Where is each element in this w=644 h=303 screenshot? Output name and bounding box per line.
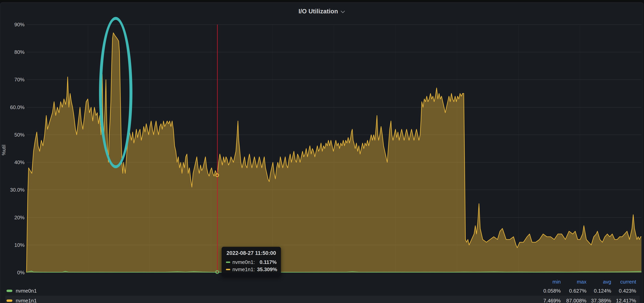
y-axis-tick-label: 70% [0,76,24,83]
legend-row-nvme0n1[interactable]: nvme0n1 0.058% 0.627% 0.124% 0.423% [0,286,643,296]
y-axis-tick-label: 40% [0,159,24,166]
series-swatch-nvme0n1 [226,262,230,263]
legend-series-name[interactable]: nvme0n1 [16,286,37,296]
legend-row-nvme1n1[interactable]: nvme1n1 7.469% 87.008% 37.389% 12.417% [0,296,643,303]
tooltip-series-value: 0.117% [260,259,276,265]
tooltip-series-label: nvme1n1: [232,266,255,272]
legend-stat-max: 87.008% [566,296,586,303]
tooltip-timestamp: 2022-08-27 11:50:00 [226,250,276,256]
legend-stat-current: 12.417% [616,296,636,303]
hover-point-nvme1n1 [215,173,219,177]
legend-swatch-nvme1n1 [6,300,12,302]
legend-series-name[interactable]: nvme1n1 [16,296,37,303]
panel-header[interactable]: I/O Utilization [0,8,643,15]
y-axis-tick-label: 0% [0,270,24,276]
hover-point-nvme0n1 [215,270,219,274]
legend-header-max[interactable]: max [577,278,586,286]
y-axis-tick-label: 60.0% [0,104,24,110]
legend-header-current[interactable]: current [620,278,636,286]
legend-header-row: min max avg current [0,278,643,286]
legend-stat-min: 0.058% [544,286,561,296]
y-axis-tick-label: 20% [0,214,24,221]
legend-stat-min: 7.469% [544,296,561,303]
y-axis-title: %util [1,148,7,156]
io-utilization-panel: I/O Utilization %util 90%80%70%60.0%50%4… [0,2,644,303]
panel-title[interactable]: I/O Utilization [298,8,338,15]
legend-stat-avg: 37.389% [591,296,611,303]
legend-header-min[interactable]: min [552,278,561,286]
tooltip-row: nvme1n1: 35.309% [226,266,276,273]
annotation-ellipse [99,17,132,168]
legend-stat-current: 0.423% [619,286,636,296]
crosshair-line [217,24,218,272]
tooltip-row: nvme0n1: 0.117% [226,258,276,266]
legend-stat-max: 0.627% [569,286,586,296]
y-axis-tick-label: 50% [0,132,24,138]
y-axis-tick-label: 80% [0,49,24,55]
y-axis-tick-label: 90% [0,22,24,28]
grafana-page: I/O Utilization %util 90%80%70%60.0%50%4… [0,0,644,303]
chevron-down-icon[interactable] [340,10,345,13]
tooltip: 2022-08-27 11:50:00 nvme0n1: 0.117% nvme… [222,247,281,276]
y-axis-tick-label: 30.0% [0,187,24,193]
legend-header-avg[interactable]: avg [603,278,611,286]
legend-swatch-nvme0n1 [6,290,12,292]
legend-stat-avg: 0.124% [594,286,611,296]
y-axis-tick-label: 10% [0,242,24,248]
series-swatch-nvme1n1 [226,269,230,270]
tooltip-series-label: nvme0n1: [232,259,255,265]
tooltip-series-value: 35.309% [257,266,277,272]
